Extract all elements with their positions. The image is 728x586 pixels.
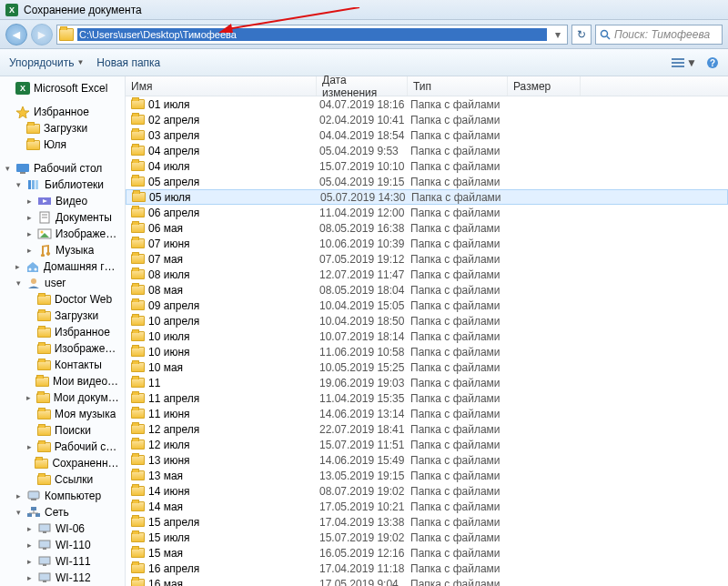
sidebar-item[interactable]: ▾user	[0, 275, 125, 291]
table-row[interactable]: 08 мая08.05.2019 18:04Папка с файлами	[126, 282, 728, 298]
file-name: 09 апреля	[148, 299, 319, 312]
address-dropdown-icon[interactable]: ▾	[551, 28, 565, 41]
table-row[interactable]: 13 июня14.06.2019 15:49Папка с файлами	[126, 452, 728, 468]
table-row[interactable]: 1119.06.2019 19:03Папка с файлами	[126, 375, 728, 390]
sidebar-item[interactable]: ▾Рабочий стол	[0, 160, 125, 177]
search-placeholder: Поиск: Тимофеева	[614, 28, 710, 41]
col-header-size[interactable]: Размер	[508, 76, 581, 96]
organize-button[interactable]: Упорядочить▼	[9, 56, 84, 69]
file-type: Папка с файлами	[410, 377, 511, 389]
svg-rect-35	[43, 531, 46, 533]
file-type: Папка с файлами	[410, 516, 511, 529]
sidebar-item[interactable]: Загрузки	[0, 308, 125, 324]
main-panel: Имя Дата изменения Тип Размер 01 июля04.…	[126, 76, 728, 586]
sidebar-item[interactable]: XMicrosoft Excel	[0, 80, 125, 96]
sidebar-item[interactable]: ▸Видео	[0, 193, 125, 209]
table-row[interactable]: 10 июня11.06.2019 10:58Папка с файлами	[126, 344, 728, 359]
sidebar-item[interactable]: Контакты	[0, 357, 125, 373]
sidebar-item[interactable]: ▸WI-110	[0, 537, 125, 553]
table-row[interactable]: 12 апреля22.07.2019 18:41Папка с файлами	[126, 421, 728, 437]
table-row[interactable]: 06 апреля11.04.2019 12:00Папка с файлами	[126, 205, 728, 220]
folder-icon	[131, 316, 145, 326]
table-row[interactable]: 10 мая10.05.2019 15:25Папка с файлами	[126, 359, 728, 375]
sidebar-item[interactable]: ▸WI-111	[0, 553, 125, 570]
file-name: 02 апреля	[148, 114, 319, 126]
nav-forward-button[interactable]: ►	[31, 24, 53, 45]
new-folder-button[interactable]: Новая папка	[96, 56, 160, 69]
sidebar-item[interactable]: ▾Сеть	[0, 504, 125, 520]
sidebar-item[interactable]: ▸Документы	[0, 209, 125, 226]
table-row[interactable]: 07 июня10.06.2019 10:39Папка с файлами	[126, 236, 728, 251]
sidebar-item[interactable]: Избранное	[0, 324, 125, 340]
sidebar-item[interactable]: Мои видеозаписи	[0, 373, 125, 389]
table-row[interactable]: 12 июля15.07.2019 11:51Папка с файлами	[126, 437, 728, 452]
view-mode-button[interactable]: ▼	[672, 56, 697, 69]
table-row[interactable]: 16 мая17.05.2019 9:04Папка с файлами	[126, 576, 728, 586]
table-row[interactable]: 11 апреля11.04.2019 15:35Папка с файлами	[126, 390, 728, 406]
file-name: 11 июня	[148, 408, 319, 420]
table-row[interactable]: 15 апреля17.04.2019 13:38Папка с файлами	[126, 514, 728, 530]
sidebar-item[interactable]: Юля	[0, 136, 125, 153]
sidebar-item[interactable]: ▸Рабочий стол	[0, 439, 125, 455]
file-type: Папка с файлами	[410, 408, 511, 420]
address-field[interactable]: ▾	[56, 25, 568, 45]
table-row[interactable]: 14 июня08.07.2019 19:02Папка с файлами	[126, 483, 728, 499]
table-row[interactable]: 04 апреля05.04.2019 9:53Папка с файлами	[126, 143, 728, 158]
table-row[interactable]: 08 июля12.07.2019 11:47Папка с файлами	[126, 267, 728, 282]
nav-back-button[interactable]: ◄	[5, 24, 27, 45]
folder-icon	[131, 269, 145, 279]
address-input[interactable]	[77, 28, 547, 41]
tree-arrow-icon: ▸	[15, 491, 23, 500]
search-box[interactable]: Поиск: Тимофеева	[595, 25, 723, 45]
table-row[interactable]: 10 июля10.07.2019 18:14Папка с файлами	[126, 328, 728, 344]
sidebar-item[interactable]: Doctor Web	[0, 291, 125, 308]
table-row[interactable]: 06 мая08.05.2019 16:38Папка с файлами	[126, 220, 728, 236]
table-row[interactable]: 05 апреля05.04.2019 19:15Папка с файлами	[126, 174, 728, 189]
svg-point-2	[602, 30, 608, 36]
table-row[interactable]: 07 мая07.05.2019 19:12Папка с файлами	[126, 251, 728, 267]
sidebar-item[interactable]: Моя музыка	[0, 406, 125, 422]
table-row[interactable]: 15 июля15.07.2019 19:02Папка с файлами	[126, 530, 728, 545]
sidebar-item[interactable]: ▸Компьютер	[0, 488, 125, 504]
file-date: 02.04.2019 10:41	[319, 114, 410, 126]
table-row[interactable]: 11 июня14.06.2019 13:14Папка с файлами	[126, 406, 728, 421]
sidebar-item[interactable]: ▾Библиотеки	[0, 177, 125, 193]
sidebar-item[interactable]: ▸Домашняя группа	[0, 258, 125, 275]
sidebar-item[interactable]: Поиски	[0, 422, 125, 439]
col-header-name[interactable]: Имя	[126, 76, 317, 96]
sidebar-item[interactable]: ▸Музыка	[0, 242, 125, 258]
folder-icon	[131, 486, 145, 496]
folder-icon	[131, 115, 145, 125]
file-name: 05 июля	[149, 191, 320, 204]
sidebar-item-label: WI-111	[56, 555, 91, 568]
sidebar-item[interactable]: ▸WI-112	[0, 570, 125, 586]
table-row[interactable]: 04 июля15.07.2019 10:10Папка с файлами	[126, 158, 728, 174]
sidebar-item[interactable]: Изображения	[0, 340, 125, 357]
col-header-date[interactable]: Дата изменения	[317, 76, 408, 96]
sidebar-item[interactable]: Избранное	[0, 104, 125, 120]
file-type: Папка с файлами	[410, 562, 511, 575]
table-row[interactable]: 09 апреля10.04.2019 15:05Папка с файлами	[126, 298, 728, 313]
table-row[interactable]: 10 апреля10.04.2019 18:50Папка с файлами	[126, 313, 728, 328]
file-date: 17.04.2019 11:18	[319, 562, 410, 575]
col-header-type[interactable]: Тип	[408, 76, 508, 96]
folder-icon	[131, 347, 145, 357]
table-row[interactable]: 05 июля05.07.2019 14:30Папка с файлами	[126, 189, 728, 205]
refresh-button[interactable]: ↻	[571, 25, 592, 45]
file-name: 04 апреля	[148, 145, 319, 157]
help-icon[interactable]: ?	[706, 56, 719, 69]
table-row[interactable]: 13 мая13.05.2019 19:15Папка с файлами	[126, 468, 728, 483]
sidebar-item[interactable]: ▸Мои документы	[0, 389, 125, 406]
table-row[interactable]: 15 мая16.05.2019 12:16Папка с файлами	[126, 545, 728, 561]
table-row[interactable]: 02 апреля02.04.2019 10:41Папка с файлами	[126, 112, 728, 127]
file-name: 15 апреля	[148, 516, 319, 529]
table-row[interactable]: 16 апреля17.04.2019 11:18Папка с файлами	[126, 561, 728, 576]
table-row[interactable]: 03 апреля04.04.2019 18:54Папка с файлами	[126, 127, 728, 143]
sidebar-item[interactable]: ▸Изображения	[0, 226, 125, 242]
sidebar-item[interactable]: ▸WI-06	[0, 520, 125, 537]
sidebar-item[interactable]: Ссылки	[0, 471, 125, 488]
sidebar-item[interactable]: Сохраненные игры	[0, 455, 125, 471]
table-row[interactable]: 14 мая17.05.2019 10:21Папка с файлами	[126, 499, 728, 514]
table-row[interactable]: 01 июля04.07.2019 18:16Папка с файлами	[126, 96, 728, 112]
sidebar-item[interactable]: Загрузки	[0, 120, 125, 136]
